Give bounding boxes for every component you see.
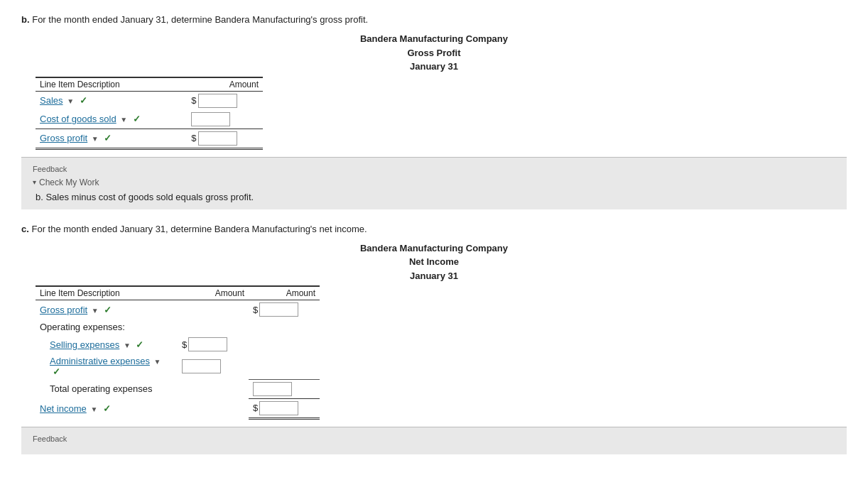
selling-expenses-check: ✓ (136, 339, 143, 350)
sales-input[interactable] (198, 94, 237, 108)
table-row: Sales ▼ ✓ $ (36, 91, 263, 110)
operating-expenses-label: Operating expenses: (36, 319, 320, 335)
table-row: Gross profit ▼ ✓ $ (36, 129, 263, 148)
total-operating-amount-cell (249, 379, 320, 398)
gross-profit-cell-b: Gross profit ▼ ✓ (36, 129, 187, 148)
admin-expenses-dropdown-link[interactable]: Administrative expenses (50, 356, 150, 366)
col-amount-header-b: Amount (187, 77, 263, 92)
feedback-label-c: Feedback (33, 435, 835, 443)
statement-date-b: January 31 (21, 60, 847, 74)
gross-profit-check-b: ✓ (104, 133, 112, 143)
table-row: Administrative expenses ▼ ✓ (36, 354, 320, 379)
cogs-dropdown-link[interactable]: Cost of goods sold (40, 114, 116, 124)
cogs-input[interactable] (191, 112, 230, 126)
net-income-table: Line Item Description Amount Amount Gros… (36, 285, 320, 420)
gross-profit-col1-c (178, 300, 249, 320)
part-c-section: c. For the month ended January 31, deter… (21, 224, 847, 454)
table-row: Cost of goods sold ▼ ✓ (36, 110, 263, 129)
company-name-c: Bandera Manufacturing Company (21, 241, 847, 256)
cogs-check: ✓ (133, 114, 141, 124)
part-b-feedback-box: Feedback ▾ Check My Work b. Sales minus … (21, 157, 847, 209)
check-my-work-triangle-b: ▾ (33, 178, 36, 186)
admin-expenses-cell: Administrative expenses ▼ ✓ (36, 354, 178, 379)
col-amount2-header-c: Amount (249, 286, 320, 300)
statement-title-b: Gross Profit (21, 46, 847, 60)
total-operating-col1 (178, 379, 249, 398)
gross-profit-dropdown-arrow-b[interactable]: ▼ (92, 135, 99, 143)
net-income-dropdown-arrow[interactable]: ▼ (90, 405, 97, 413)
col-desc-header-c: Line Item Description (36, 286, 178, 300)
selling-expenses-amount-cell: $ (178, 335, 249, 354)
part-b-company-header: Bandera Manufacturing Company Gross Prof… (21, 32, 847, 74)
sales-dropdown-arrow[interactable]: ▼ (67, 97, 74, 105)
cogs-dropdown-arrow[interactable]: ▼ (120, 116, 127, 124)
table-row: Total operating expenses (36, 379, 320, 398)
part-c-company-header: Bandera Manufacturing Company Net Income… (21, 241, 847, 283)
gross-profit-input-b[interactable] (198, 131, 237, 146)
admin-expenses-dropdown-arrow[interactable]: ▼ (154, 358, 161, 366)
feedback-text-b: b. Sales minus cost of goods sold equals… (36, 192, 835, 202)
net-income-check: ✓ (103, 403, 111, 414)
selling-expenses-cell: Selling expenses ▼ ✓ (36, 335, 178, 354)
gross-profit-table: Line Item Description Amount Sales ▼ ✓ $ (36, 77, 263, 150)
statement-title-c: Net Income (21, 255, 847, 269)
admin-expenses-input[interactable] (182, 359, 221, 373)
part-c-table-section: Line Item Description Amount Amount Gros… (36, 285, 847, 420)
check-my-work-b[interactable]: ▾ Check My Work (33, 178, 835, 187)
selling-expenses-input-wrapper: $ (182, 337, 244, 351)
gross-profit-amount-cell-b: $ (187, 129, 263, 148)
gross-profit-input-wrapper-c: $ (253, 302, 315, 317)
admin-expenses-check: ✓ (53, 366, 60, 377)
part-b-table-section: Line Item Description Amount Sales ▼ ✓ $ (36, 77, 847, 150)
gross-profit-input-c[interactable] (259, 302, 298, 317)
admin-expenses-col2 (249, 354, 320, 379)
sales-amount-cell: $ (187, 91, 263, 110)
gross-profit-amount-cell-c: $ (249, 300, 320, 320)
sales-check: ✓ (80, 95, 87, 106)
gross-profit-dropdown-link-c[interactable]: Gross profit (40, 305, 87, 315)
cogs-cell: Cost of goods sold ▼ ✓ (36, 110, 187, 129)
table-row: Gross profit ▼ ✓ $ (36, 300, 320, 320)
table-row: Operating expenses: (36, 319, 320, 335)
sales-dollar: $ (191, 95, 196, 106)
net-income-input-wrapper: $ (253, 401, 315, 415)
gross-profit-dollar-b: $ (191, 133, 196, 143)
check-my-work-label-b: Check My Work (39, 178, 99, 187)
part-c-feedback-box: Feedback (21, 427, 847, 454)
gross-profit-dollar-c: $ (253, 305, 258, 315)
net-income-dollar: $ (253, 403, 258, 413)
admin-expenses-amount-cell (178, 354, 249, 379)
col-desc-header-b: Line Item Description (36, 77, 187, 92)
sales-input-wrapper: $ (191, 94, 259, 108)
feedback-label-b: Feedback (33, 165, 835, 173)
net-income-amount-cell: $ (249, 398, 320, 418)
statement-date-c: January 31 (21, 269, 847, 283)
gross-profit-check-c: ✓ (104, 305, 112, 315)
part-b-question: b. For the month ended January 31, deter… (21, 14, 847, 25)
selling-expenses-dropdown-arrow[interactable]: ▼ (124, 342, 131, 349)
selling-expenses-dropdown-link[interactable]: Selling expenses (50, 339, 119, 350)
net-income-dropdown-link[interactable]: Net income (40, 403, 87, 414)
gross-profit-cell-c: Gross profit ▼ ✓ (36, 300, 178, 320)
net-income-col1 (178, 398, 249, 418)
admin-expenses-input-wrapper (182, 359, 244, 373)
company-name-b: Bandera Manufacturing Company (21, 32, 847, 46)
part-b-section: b. For the month ended January 31, deter… (21, 14, 847, 209)
sales-dropdown-link[interactable]: Sales (40, 95, 63, 106)
table-row: Selling expenses ▼ ✓ $ (36, 335, 320, 354)
net-income-cell: Net income ▼ ✓ (36, 398, 178, 418)
gross-profit-dropdown-link-b[interactable]: Gross profit (40, 133, 87, 143)
selling-expenses-col2 (249, 335, 320, 354)
selling-expenses-input[interactable] (188, 337, 227, 351)
sales-cell: Sales ▼ ✓ (36, 91, 187, 110)
part-c-question: c. For the month ended January 31, deter… (21, 224, 847, 234)
selling-expenses-dollar: $ (182, 339, 187, 350)
table-row: Net income ▼ ✓ $ (36, 398, 320, 418)
total-operating-label: Total operating expenses (36, 379, 178, 398)
gross-profit-input-wrapper-b: $ (191, 131, 259, 146)
cogs-input-wrapper (191, 112, 259, 126)
gross-profit-dropdown-arrow-c[interactable]: ▼ (92, 307, 99, 315)
total-operating-input[interactable] (253, 382, 292, 396)
net-income-input[interactable] (259, 401, 298, 415)
col-amount1-header-c: Amount (178, 286, 249, 300)
